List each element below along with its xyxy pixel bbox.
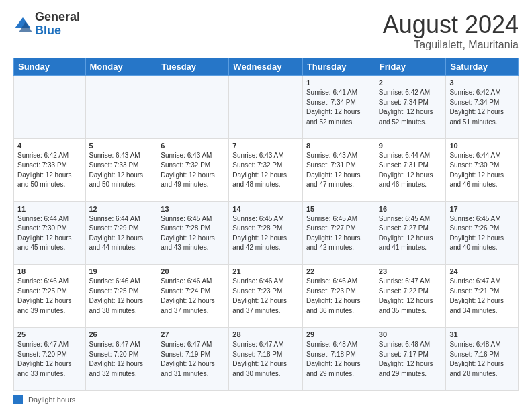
day-info: Sunrise: 6:41 AM Sunset: 7:34 PM Dayligh… [306, 88, 371, 127]
week-row-5: 25Sunrise: 6:47 AM Sunset: 7:20 PM Dayli… [14, 328, 519, 391]
day-info: Sunrise: 6:42 AM Sunset: 7:34 PM Dayligh… [449, 88, 515, 127]
week-row-4: 18Sunrise: 6:46 AM Sunset: 7:25 PM Dayli… [14, 265, 519, 328]
day-info: Sunrise: 6:43 AM Sunset: 7:32 PM Dayligh… [161, 151, 225, 190]
day-number: 10 [449, 142, 515, 150]
logo-text: General Blue [35, 11, 80, 38]
calendar-cell: 15Sunrise: 6:45 AM Sunset: 7:27 PM Dayli… [302, 201, 375, 265]
day-info: Sunrise: 6:45 AM Sunset: 7:27 PM Dayligh… [306, 214, 371, 253]
day-info: Sunrise: 6:47 AM Sunset: 7:19 PM Dayligh… [161, 340, 225, 379]
calendar-body: 1Sunrise: 6:41 AM Sunset: 7:34 PM Daylig… [14, 76, 519, 391]
calendar-cell: 23Sunrise: 6:47 AM Sunset: 7:22 PM Dayli… [375, 265, 446, 328]
calendar-cell: 21Sunrise: 6:46 AM Sunset: 7:23 PM Dayli… [229, 265, 303, 328]
day-header-sunday: Sunday [14, 58, 86, 76]
calendar-cell: 8Sunrise: 6:43 AM Sunset: 7:31 PM Daylig… [302, 138, 375, 201]
day-info: Sunrise: 6:48 AM Sunset: 7:18 PM Dayligh… [306, 340, 371, 379]
day-number: 26 [89, 330, 154, 338]
day-number: 15 [306, 205, 371, 213]
calendar-header: SundayMondayTuesdayWednesdayThursdayFrid… [14, 58, 519, 76]
day-info: Sunrise: 6:45 AM Sunset: 7:27 PM Dayligh… [379, 214, 443, 253]
calendar-cell: 20Sunrise: 6:46 AM Sunset: 7:24 PM Dayli… [157, 265, 229, 328]
day-info: Sunrise: 6:43 AM Sunset: 7:32 PM Dayligh… [232, 151, 299, 190]
day-header-thursday: Thursday [302, 58, 375, 76]
day-info: Sunrise: 6:43 AM Sunset: 7:31 PM Dayligh… [306, 151, 371, 190]
day-number: 31 [449, 330, 515, 338]
calendar-cell: 11Sunrise: 6:44 AM Sunset: 7:30 PM Dayli… [14, 201, 86, 265]
day-info: Sunrise: 6:45 AM Sunset: 7:26 PM Dayligh… [449, 214, 515, 253]
week-row-3: 11Sunrise: 6:44 AM Sunset: 7:30 PM Dayli… [14, 201, 519, 265]
day-number: 24 [449, 267, 515, 275]
day-info: Sunrise: 6:44 AM Sunset: 7:31 PM Dayligh… [379, 151, 443, 190]
calendar-cell: 14Sunrise: 6:45 AM Sunset: 7:28 PM Dayli… [229, 201, 303, 265]
day-info: Sunrise: 6:48 AM Sunset: 7:16 PM Dayligh… [449, 340, 515, 379]
calendar-cell [157, 76, 229, 139]
day-info: Sunrise: 6:46 AM Sunset: 7:25 PM Dayligh… [89, 277, 154, 316]
calendar-cell: 22Sunrise: 6:46 AM Sunset: 7:23 PM Dayli… [302, 265, 375, 328]
day-info: Sunrise: 6:45 AM Sunset: 7:28 PM Dayligh… [161, 214, 225, 253]
day-number: 8 [306, 142, 371, 150]
calendar-table: SundayMondayTuesdayWednesdayThursdayFrid… [13, 58, 519, 391]
day-info: Sunrise: 6:46 AM Sunset: 7:24 PM Dayligh… [161, 277, 225, 316]
day-info: Sunrise: 6:43 AM Sunset: 7:33 PM Dayligh… [89, 151, 154, 190]
calendar-cell: 3Sunrise: 6:42 AM Sunset: 7:34 PM Daylig… [446, 76, 519, 139]
day-number: 30 [379, 330, 443, 338]
calendar-cell: 18Sunrise: 6:46 AM Sunset: 7:25 PM Dayli… [14, 265, 86, 328]
calendar-cell [14, 76, 86, 139]
day-header-tuesday: Tuesday [157, 58, 229, 76]
day-number: 11 [17, 205, 82, 213]
calendar-cell: 19Sunrise: 6:46 AM Sunset: 7:25 PM Dayli… [85, 265, 157, 328]
day-number: 3 [449, 79, 515, 87]
calendar-cell [229, 76, 303, 139]
day-header-saturday: Saturday [446, 58, 519, 76]
day-info: Sunrise: 6:42 AM Sunset: 7:34 PM Dayligh… [379, 88, 443, 127]
day-info: Sunrise: 6:44 AM Sunset: 7:30 PM Dayligh… [449, 151, 515, 190]
day-number: 18 [17, 267, 82, 275]
day-number: 1 [306, 79, 371, 87]
day-info: Sunrise: 6:42 AM Sunset: 7:33 PM Dayligh… [17, 151, 82, 190]
calendar-cell: 2Sunrise: 6:42 AM Sunset: 7:34 PM Daylig… [375, 76, 446, 139]
logo-blue-text: Blue [35, 24, 61, 37]
calendar-cell: 1Sunrise: 6:41 AM Sunset: 7:34 PM Daylig… [302, 76, 375, 139]
day-info: Sunrise: 6:48 AM Sunset: 7:17 PM Dayligh… [379, 340, 443, 379]
day-info: Sunrise: 6:47 AM Sunset: 7:22 PM Dayligh… [379, 277, 443, 316]
logo: General Blue [13, 11, 80, 38]
day-number: 5 [89, 142, 154, 150]
calendar-cell: 16Sunrise: 6:45 AM Sunset: 7:27 PM Dayli… [375, 201, 446, 265]
calendar-cell: 24Sunrise: 6:47 AM Sunset: 7:21 PM Dayli… [446, 265, 519, 328]
page: General Blue August 2024 Taguilalett, Ma… [0, 0, 532, 411]
week-row-1: 1Sunrise: 6:41 AM Sunset: 7:34 PM Daylig… [14, 76, 519, 139]
day-info: Sunrise: 6:47 AM Sunset: 7:21 PM Dayligh… [449, 277, 515, 316]
day-number: 23 [379, 267, 443, 275]
day-number: 7 [232, 142, 299, 150]
day-number: 22 [306, 267, 371, 275]
calendar-cell: 12Sunrise: 6:44 AM Sunset: 7:29 PM Dayli… [85, 201, 157, 265]
day-info: Sunrise: 6:45 AM Sunset: 7:28 PM Dayligh… [232, 214, 299, 253]
day-number: 21 [232, 267, 299, 275]
calendar-cell: 4Sunrise: 6:42 AM Sunset: 7:33 PM Daylig… [14, 138, 86, 201]
calendar-cell: 13Sunrise: 6:45 AM Sunset: 7:28 PM Dayli… [157, 201, 229, 265]
legend-label: Daylight hours [28, 396, 75, 404]
footer: Daylight hours [13, 395, 519, 404]
header: General Blue August 2024 Taguilalett, Ma… [13, 11, 519, 51]
day-number: 13 [161, 205, 225, 213]
day-info: Sunrise: 6:46 AM Sunset: 7:25 PM Dayligh… [17, 277, 82, 316]
day-number: 27 [161, 330, 225, 338]
calendar-cell: 26Sunrise: 6:47 AM Sunset: 7:20 PM Dayli… [85, 328, 157, 391]
legend-box [13, 395, 23, 404]
day-number: 14 [232, 205, 299, 213]
day-number: 9 [379, 142, 443, 150]
title-block: August 2024 Taguilalett, Mauritania [383, 11, 519, 51]
week-row-2: 4Sunrise: 6:42 AM Sunset: 7:33 PM Daylig… [14, 138, 519, 201]
day-info: Sunrise: 6:44 AM Sunset: 7:29 PM Dayligh… [89, 214, 154, 253]
day-info: Sunrise: 6:44 AM Sunset: 7:30 PM Dayligh… [17, 214, 82, 253]
day-number: 12 [89, 205, 154, 213]
calendar-cell: 17Sunrise: 6:45 AM Sunset: 7:26 PM Dayli… [446, 201, 519, 265]
day-number: 4 [17, 142, 82, 150]
day-number: 19 [89, 267, 154, 275]
day-number: 28 [232, 330, 299, 338]
logo-general-text: General [35, 10, 80, 24]
calendar-cell: 25Sunrise: 6:47 AM Sunset: 7:20 PM Dayli… [14, 328, 86, 391]
day-header-friday: Friday [375, 58, 446, 76]
calendar-cell: 9Sunrise: 6:44 AM Sunset: 7:31 PM Daylig… [375, 138, 446, 201]
day-number: 29 [306, 330, 371, 338]
day-number: 6 [161, 142, 225, 150]
